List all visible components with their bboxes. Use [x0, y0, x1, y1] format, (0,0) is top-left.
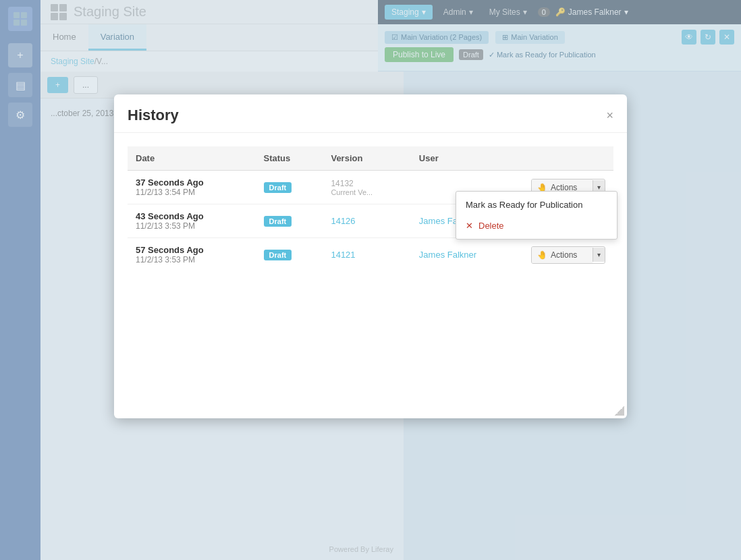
- cell-version-2: 14126: [323, 204, 410, 238]
- col-status: Status: [256, 146, 323, 171]
- date-primary-2: 43 Seconds Ago: [136, 211, 248, 221]
- version-number-1: 14132: [331, 179, 402, 188]
- dropdown-mark-ready[interactable]: Mark as Ready for Publication: [456, 194, 617, 215]
- user-link-3[interactable]: James Falkner: [419, 250, 476, 260]
- resize-handle[interactable]: [615, 406, 624, 416]
- delete-label: Delete: [478, 221, 504, 231]
- cell-actions-3: 🤚 Actions ▾: [523, 238, 613, 272]
- version-link-2[interactable]: 14126: [331, 216, 355, 226]
- mark-ready-label: Mark as Ready for Publication: [466, 200, 582, 210]
- col-user: User: [411, 146, 523, 171]
- cell-user-3: James Falkner: [411, 238, 523, 272]
- actions-dropdown-1: Mark as Ready for Publication ✕ Delete: [456, 191, 618, 240]
- cell-actions-1: 🤚 Actions ▾ Mark as Ready for Publicatio…: [523, 171, 613, 204]
- table-body: 37 Seconds Ago 11/2/13 3:54 PM Draft 141…: [128, 171, 613, 272]
- actions-arrow-btn-3[interactable]: ▾: [593, 248, 605, 262]
- actions-main-btn-3[interactable]: 🤚 Actions: [532, 247, 593, 263]
- cell-version-3: 14121: [323, 238, 410, 272]
- modal-close-button[interactable]: ×: [606, 109, 613, 121]
- version-link-3[interactable]: 14121: [331, 250, 355, 260]
- table-header: Date Status Version User: [128, 146, 613, 171]
- cell-date-1: 37 Seconds Ago 11/2/13 3:54 PM: [128, 171, 256, 204]
- table-row: 37 Seconds Ago 11/2/13 3:54 PM Draft 141…: [128, 171, 613, 204]
- date-primary-1: 37 Seconds Ago: [136, 177, 248, 188]
- date-secondary-2: 11/2/13 3:53 PM: [136, 221, 248, 231]
- cell-status-2: Draft: [256, 204, 323, 238]
- current-version-label: Current Ve...: [331, 188, 402, 196]
- history-table: Date Status Version User 37 Seconds Ago …: [128, 146, 613, 271]
- history-modal: History × Date Status Version User: [114, 94, 627, 418]
- cell-status-3: Draft: [256, 238, 323, 272]
- modal-body: Date Status Version User 37 Seconds Ago …: [114, 133, 627, 285]
- modal-header: History ×: [114, 94, 627, 133]
- status-badge-1: Draft: [264, 182, 292, 193]
- dropdown-delete[interactable]: ✕ Delete: [456, 215, 617, 236]
- date-secondary-3: 11/2/13 3:53 PM: [136, 255, 248, 264]
- col-actions: [523, 146, 613, 171]
- delete-icon: ✕: [466, 221, 473, 231]
- modal-title: History: [128, 107, 179, 124]
- date-primary-3: 57 Seconds Ago: [136, 245, 248, 255]
- date-secondary-1: 11/2/13 3:54 PM: [136, 188, 248, 197]
- cell-status-1: Draft: [256, 171, 323, 204]
- cell-version-1: 14132 Current Ve...: [323, 171, 410, 204]
- cell-date-3: 57 Seconds Ago 11/2/13 3:53 PM: [128, 238, 256, 272]
- col-date: Date: [128, 146, 256, 171]
- actions-button-3[interactable]: 🤚 Actions ▾: [531, 246, 605, 264]
- table-row: 57 Seconds Ago 11/2/13 3:53 PM Draft 141…: [128, 238, 613, 272]
- status-badge-2: Draft: [264, 216, 292, 227]
- cell-date-2: 43 Seconds Ago 11/2/13 3:53 PM: [128, 204, 256, 238]
- col-version: Version: [323, 146, 410, 171]
- modal-overlay: History × Date Status Version User: [0, 0, 741, 560]
- status-badge-3: Draft: [264, 250, 292, 260]
- hand-icon-3: 🤚: [537, 250, 547, 260]
